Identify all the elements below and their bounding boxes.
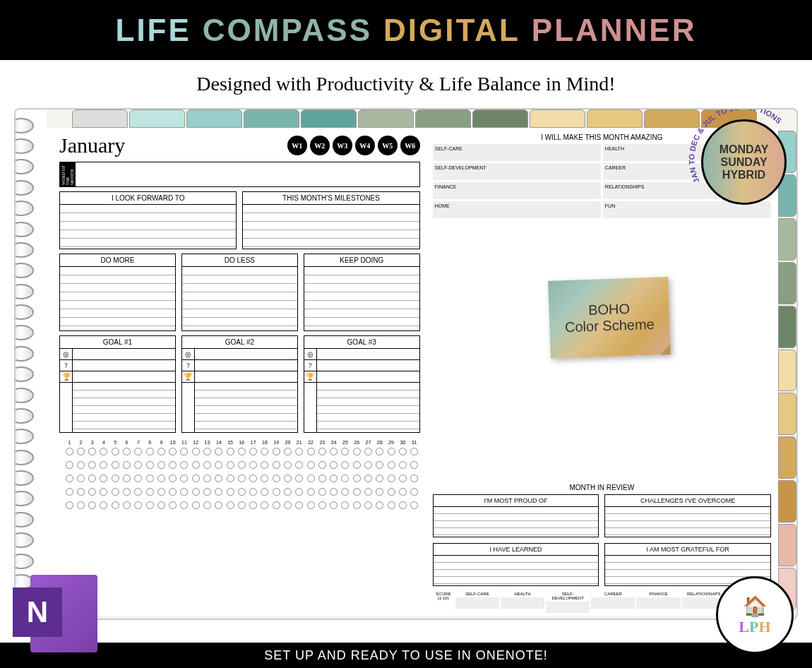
- title-word-1: LIFE: [116, 13, 191, 48]
- week-buttons: W1W2W3W4W5W6: [285, 136, 420, 155]
- week-button[interactable]: W6: [400, 136, 420, 155]
- section-tab[interactable]: [778, 524, 796, 566]
- habit-tracker[interactable]: 1234567891011121314151617181920212223242…: [59, 440, 420, 512]
- section-tab[interactable]: [778, 393, 796, 435]
- color-scheme-sticky: BOHO Color Scheme: [548, 277, 671, 359]
- month-tab[interactable]: [530, 109, 585, 128]
- score-field[interactable]: SELF-CARE: [455, 592, 499, 613]
- domore-field[interactable]: [60, 267, 175, 330]
- category-field[interactable]: SELF-DEVELOPMENT: [433, 163, 601, 180]
- goal-box[interactable]: GOAL #1◎?🏆: [59, 335, 176, 433]
- spiral-binding: [16, 109, 47, 619]
- month-tab[interactable]: [587, 109, 643, 128]
- domore-header: DO MORE: [60, 254, 175, 267]
- title-word-3: DIGITAL: [383, 13, 520, 48]
- options-badge: JAN TO DEC & JUL TO JUN OPTIONS MONDAY S…: [686, 108, 798, 220]
- milestones-field[interactable]: [243, 205, 419, 249]
- month-tab[interactable]: [186, 109, 242, 128]
- section-tab[interactable]: [778, 218, 796, 261]
- score-label: SCORE (1-10): [433, 592, 454, 613]
- month-tab[interactable]: [72, 109, 128, 128]
- week-button[interactable]: W3: [333, 136, 352, 155]
- grateful-header: I AM MOST GRATEFUL FOR: [605, 544, 770, 556]
- month-title: January: [59, 133, 285, 157]
- proud-field[interactable]: [434, 507, 599, 537]
- word-of-month-label: WORD OF THE MONTH: [60, 162, 76, 186]
- score-field[interactable]: FINANCE: [636, 592, 680, 613]
- week-button[interactable]: W1: [287, 136, 307, 155]
- goal-box[interactable]: GOAL #3◎?🏆: [304, 335, 420, 433]
- section-tab[interactable]: [778, 480, 796, 523]
- month-tab[interactable]: [301, 109, 357, 128]
- title-banner: LIFE COMPASS DIGITAL PLANNER: [0, 0, 812, 60]
- doless-header: DO LESS: [182, 254, 297, 267]
- week-button[interactable]: W2: [310, 136, 330, 155]
- word-of-month-field[interactable]: [76, 162, 419, 186]
- forward-field[interactable]: [60, 205, 236, 249]
- section-tab[interactable]: [778, 436, 796, 479]
- bottom-banner: SET UP AND READY TO USE IN ONENOTE!: [0, 643, 812, 668]
- learned-header: I HAVE LEARNED: [434, 544, 599, 556]
- keepdoing-header: KEEP DOING: [304, 254, 419, 267]
- milestones-header: THIS MONTH'S MILESTONES: [243, 192, 419, 205]
- challenges-field[interactable]: [605, 507, 770, 537]
- top-tabs: [72, 109, 758, 128]
- onenote-icon: N: [13, 575, 97, 660]
- section-tab[interactable]: [778, 350, 796, 392]
- title-word-2: COMPASS: [203, 13, 372, 48]
- proud-header: I'M MOST PROUD OF: [434, 495, 599, 507]
- score-field[interactable]: CAREER: [591, 592, 635, 613]
- section-tab[interactable]: [778, 306, 796, 348]
- lph-logo: 🏠 LPH: [716, 576, 794, 654]
- review-header: MONTH IN REVIEW: [433, 484, 771, 491]
- category-field[interactable]: HOME: [433, 201, 601, 218]
- month-tab[interactable]: [244, 109, 299, 128]
- tagline: Designed with Productivity & Life Balanc…: [0, 60, 812, 108]
- month-tab[interactable]: [415, 109, 471, 128]
- category-field[interactable]: SELF-CARE: [433, 144, 601, 161]
- planner-page: January W1W2W3W4W5W6 WORD OF THE MONTH I…: [14, 108, 798, 620]
- keepdoing-field[interactable]: [304, 267, 419, 330]
- score-field[interactable]: SELF-DEVELOPMENT: [546, 592, 590, 613]
- goal-box[interactable]: GOAL #2◎?🏆: [181, 335, 298, 433]
- section-tab[interactable]: [778, 262, 796, 304]
- category-field[interactable]: FINANCE: [433, 182, 601, 199]
- month-tab[interactable]: [129, 109, 185, 128]
- learned-field[interactable]: [434, 556, 599, 585]
- week-button[interactable]: W4: [355, 136, 375, 155]
- title-word-4: PLANNER: [532, 13, 697, 48]
- doless-field[interactable]: [182, 267, 297, 330]
- score-field[interactable]: HEALTH: [501, 592, 544, 613]
- week-button[interactable]: W5: [378, 136, 398, 155]
- challenges-header: CHALLENGES I'VE OVERCOME: [605, 495, 770, 507]
- month-tab[interactable]: [358, 109, 414, 128]
- forward-header: I LOOK FORWARD TO: [60, 192, 236, 205]
- month-tab[interactable]: [472, 109, 528, 128]
